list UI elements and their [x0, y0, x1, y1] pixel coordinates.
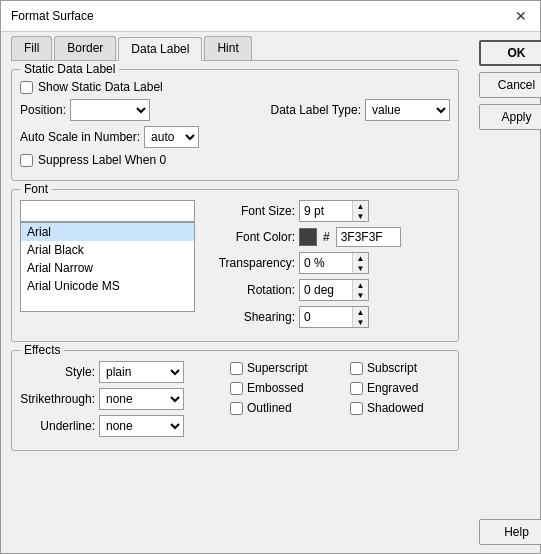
tab-data-label[interactable]: Data Label	[118, 37, 202, 61]
show-static-data-label-checkbox[interactable]	[20, 81, 33, 94]
font-size-row: Font Size: ▲ ▼	[205, 200, 450, 222]
transparency-down[interactable]: ▼	[353, 263, 368, 273]
show-static-data-label-row: Show Static Data Label	[20, 80, 450, 94]
position-select[interactable]	[70, 99, 150, 121]
shearing-up[interactable]: ▲	[353, 307, 368, 317]
shadowed-checkbox[interactable]	[350, 402, 363, 415]
font-color-input[interactable]	[336, 227, 401, 247]
suppress-label-checkbox[interactable]	[20, 154, 33, 167]
rotation-input[interactable]	[300, 280, 352, 300]
font-size-input[interactable]	[300, 201, 352, 221]
rotation-spinner[interactable]: ▲ ▼	[299, 279, 369, 301]
embossed-row: Embossed	[230, 381, 330, 395]
title-bar: Format Surface ✕	[1, 1, 540, 32]
static-data-label-group: Static Data Label Show Static Data Label…	[11, 69, 459, 181]
format-surface-dialog: Format Surface ✕ Fill Border Data Label …	[0, 0, 541, 554]
embossed-checkbox[interactable]	[230, 382, 243, 395]
data-label-type-select[interactable]: value	[365, 99, 450, 121]
font-color-label: Font Color:	[205, 230, 295, 244]
suppress-label-row: Suppress Label When 0	[20, 153, 450, 167]
font-listbox[interactable]: Arial Arial Black Arial Narrow Arial Uni…	[20, 222, 195, 312]
ok-button[interactable]: OK	[479, 40, 541, 66]
font-color-swatch[interactable]	[299, 228, 317, 246]
show-static-data-label-text: Show Static Data Label	[38, 80, 163, 94]
superscript-label: Superscript	[247, 361, 308, 375]
font-size-down[interactable]: ▼	[353, 211, 368, 221]
static-data-label-title: Static Data Label	[20, 62, 119, 76]
font-item-arial-unicode[interactable]: Arial Unicode MS	[21, 277, 194, 295]
outlined-checkbox[interactable]	[230, 402, 243, 415]
transparency-spinner[interactable]: ▲ ▼	[299, 252, 369, 274]
position-row: Position: Data Label Type: value	[20, 99, 450, 121]
subscript-checkbox[interactable]	[350, 362, 363, 375]
outlined-row: Outlined	[230, 401, 330, 415]
font-list-section: Arial Arial Arial Black Arial Narrow Ari…	[20, 200, 195, 333]
strikethrough-row: Strikethrough: none	[20, 388, 220, 410]
apply-button[interactable]: Apply	[479, 104, 541, 130]
shearing-down[interactable]: ▼	[353, 317, 368, 327]
underline-row: Underline: none	[20, 415, 220, 437]
shadowed-row: Shadowed	[350, 401, 450, 415]
suppress-label-text: Suppress Label When 0	[38, 153, 166, 167]
shearing-input[interactable]	[300, 307, 352, 327]
auto-scale-label: Auto Scale in Number:	[20, 130, 140, 144]
font-item-arial[interactable]: Arial	[21, 223, 194, 241]
tab-bar: Fill Border Data Label Hint	[11, 32, 459, 61]
effects-group: Effects Style: plain bold italic	[11, 350, 459, 451]
font-item-arial-black[interactable]: Arial Black	[21, 241, 194, 259]
effects-selects: Style: plain bold italic Strikethrough:	[20, 361, 220, 442]
engraved-label: Engraved	[367, 381, 418, 395]
close-button[interactable]: ✕	[512, 7, 530, 25]
embossed-label: Embossed	[247, 381, 304, 395]
font-color-row: Font Color: #	[205, 227, 450, 247]
style-label: Style:	[20, 365, 95, 379]
rotation-down[interactable]: ▼	[353, 290, 368, 300]
rotation-up[interactable]: ▲	[353, 280, 368, 290]
font-size-up[interactable]: ▲	[353, 201, 368, 211]
subscript-label: Subscript	[367, 361, 417, 375]
superscript-row: Superscript	[230, 361, 330, 375]
transparency-label: Transparency:	[205, 256, 295, 270]
tab-fill[interactable]: Fill	[11, 36, 52, 60]
transparency-row: Transparency: ▲ ▼	[205, 252, 450, 274]
tab-hint[interactable]: Hint	[204, 36, 251, 60]
strikethrough-label: Strikethrough:	[20, 392, 95, 406]
shadowed-label: Shadowed	[367, 401, 424, 415]
underline-label: Underline:	[20, 419, 95, 433]
font-properties: Font Size: ▲ ▼	[205, 200, 450, 333]
font-group: Font Arial Arial Arial Black Arial Narro…	[11, 189, 459, 342]
effects-group-title: Effects	[20, 343, 64, 357]
tab-border[interactable]: Border	[54, 36, 116, 60]
help-button[interactable]: Help	[479, 519, 541, 545]
shearing-spinner[interactable]: ▲ ▼	[299, 306, 369, 328]
action-buttons: OK Cancel Apply Help	[469, 32, 541, 553]
shearing-row: Shearing: ▲ ▼	[205, 306, 450, 328]
superscript-checkbox[interactable]	[230, 362, 243, 375]
cancel-button[interactable]: Cancel	[479, 72, 541, 98]
font-size-spinner[interactable]: ▲ ▼	[299, 200, 369, 222]
transparency-up[interactable]: ▲	[353, 253, 368, 263]
rotation-label: Rotation:	[205, 283, 295, 297]
underline-select[interactable]: none	[99, 415, 184, 437]
effects-checkboxes: Superscript Subscript Emboss	[230, 361, 450, 442]
data-label-type-label: Data Label Type:	[270, 103, 361, 117]
strikethrough-select[interactable]: none	[99, 388, 184, 410]
close-icon: ✕	[515, 8, 527, 24]
transparency-input[interactable]	[300, 253, 352, 273]
font-name-input[interactable]: Arial	[20, 200, 195, 222]
hash-symbol: #	[323, 230, 330, 244]
font-group-title: Font	[20, 182, 52, 196]
style-select[interactable]: plain bold italic	[99, 361, 184, 383]
engraved-checkbox[interactable]	[350, 382, 363, 395]
auto-scale-row: Auto Scale in Number: auto	[20, 126, 450, 148]
dialog-title: Format Surface	[11, 9, 94, 23]
auto-scale-select[interactable]: auto	[144, 126, 199, 148]
subscript-row: Subscript	[350, 361, 450, 375]
position-label: Position:	[20, 103, 66, 117]
outlined-label: Outlined	[247, 401, 292, 415]
font-item-arial-narrow[interactable]: Arial Narrow	[21, 259, 194, 277]
engraved-row: Engraved	[350, 381, 450, 395]
shearing-label: Shearing:	[205, 310, 295, 324]
font-size-label: Font Size:	[205, 204, 295, 218]
rotation-row: Rotation: ▲ ▼	[205, 279, 450, 301]
